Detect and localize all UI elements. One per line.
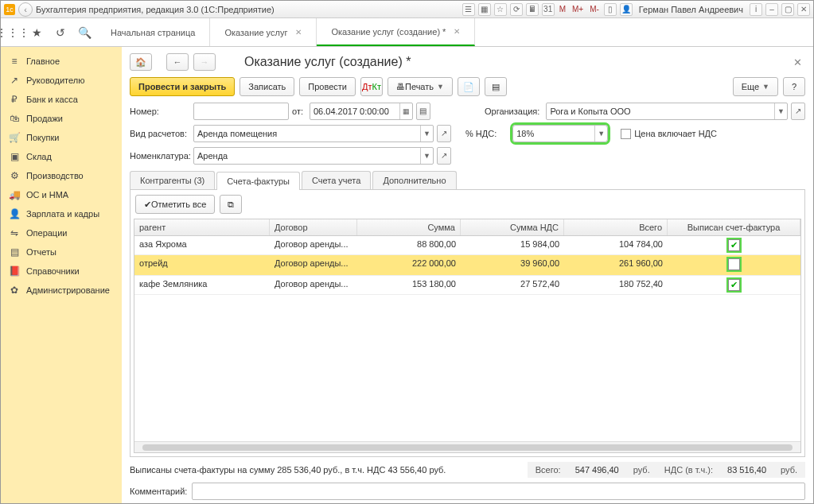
tb-tool-5[interactable]: 🖩 (526, 3, 539, 16)
sidebar-item-label: Производство (26, 171, 84, 180)
table-row[interactable]: отрейд Договор аренды... 222 000,00 39 9… (134, 255, 800, 276)
tb-tool-calendar[interactable]: 31 (542, 3, 555, 16)
report-button[interactable]: ▤ (485, 77, 507, 96)
sidebar-item-production[interactable]: ⚙Производство (1, 166, 122, 185)
subtab-accounts[interactable]: Счета учета (302, 171, 371, 189)
col-contract[interactable]: Договор (270, 219, 357, 235)
sidebar-item-label: Справочники (26, 266, 80, 276)
subtab-additional[interactable]: Дополнительно (372, 171, 456, 189)
chevron-down-icon[interactable]: ▼ (420, 126, 433, 142)
calc-open-button[interactable]: ↗ (437, 125, 451, 142)
col-invoice-issued[interactable]: Выписан счет-фактура (668, 219, 800, 235)
tab-services[interactable]: Оказание услуг✕ (210, 18, 317, 46)
star-icon[interactable]: ★ (25, 18, 49, 46)
sidebar-item-manager[interactable]: ↗Руководителю (1, 71, 122, 90)
sidebar-item-warehouse[interactable]: ▣Склад (1, 147, 122, 166)
nav-back-button[interactable]: ← (166, 53, 189, 71)
sidebar-item-bank[interactable]: ₽Банк и касса (1, 90, 122, 109)
info-button[interactable]: i (750, 3, 762, 16)
ruble-icon: ₽ (9, 94, 20, 105)
create-based-button[interactable]: 📄 (458, 77, 480, 96)
number-label: Номер: (130, 107, 190, 116)
org-open-button[interactable]: ↗ (791, 103, 805, 120)
home-button[interactable]: 🏠 (130, 53, 152, 71)
sidebar-item-operations[interactable]: ⇋Операции (1, 223, 122, 242)
sidebar-item-reports[interactable]: ▤Отчеты (1, 242, 122, 262)
sidebar-item-main[interactable]: ≡Главное (1, 52, 122, 71)
sidebar-item-label: Покупки (26, 133, 59, 142)
sidebar-item-assets[interactable]: 🚚ОС и НМА (1, 185, 122, 204)
subtab-invoices[interactable]: Счета-фактуры (216, 172, 300, 190)
maximize-button[interactable]: ▢ (781, 3, 794, 16)
horizontal-scrollbar[interactable] (134, 441, 800, 452)
row-checkbox[interactable] (728, 258, 740, 270)
chevron-down-icon[interactable]: ▼ (774, 103, 787, 119)
sidebar-item-sales[interactable]: 🛍Продажи (1, 109, 122, 128)
comment-input[interactable] (192, 483, 805, 500)
subtab-contragents[interactable]: Контрагенты (3) (130, 171, 215, 189)
nom-select[interactable]: Аренда▼ (193, 147, 434, 165)
sidebar-item-label: Отчеты (26, 247, 56, 257)
chart-icon: ↗ (9, 75, 20, 86)
dt-kt-button[interactable]: ДтКт (360, 77, 383, 96)
mem-mminus[interactable]: M- (588, 5, 601, 14)
history-icon[interactable]: ↺ (49, 18, 72, 46)
mem-mplus[interactable]: M+ (571, 5, 585, 14)
sidebar-item-label: Склад (26, 152, 52, 161)
sidebar-item-hr[interactable]: 👤Зарплата и кадры (1, 204, 122, 223)
row-checkbox[interactable]: ✔ (728, 239, 740, 251)
apps-icon[interactable]: ⋮⋮⋮ (1, 18, 25, 46)
page-close-button[interactable]: ✕ (790, 55, 805, 70)
sidebar-item-label: ОС и НМА (26, 190, 68, 200)
tab-start[interactable]: Начальная страница (96, 18, 210, 46)
from-label: от: (292, 107, 306, 116)
back-round-button[interactable]: ‹ (18, 2, 33, 17)
close-icon[interactable]: ✕ (454, 27, 460, 36)
more-button[interactable]: Еще▼ (733, 77, 778, 96)
close-window-button[interactable]: ✕ (797, 3, 810, 16)
vat-select[interactable]: 18%▼ (512, 125, 608, 142)
copy-button[interactable]: ⧉ (220, 195, 242, 214)
org-select[interactable]: Рога и Копыта ООО▼ (546, 103, 788, 120)
search-icon[interactable]: 🔍 (72, 18, 96, 46)
col-contragent[interactable]: рагент (134, 219, 270, 235)
col-total[interactable]: Всего (564, 219, 668, 235)
table-row[interactable]: аза Яхрома Договор аренды... 88 800,00 1… (134, 236, 800, 255)
table-row[interactable]: кафе Земляника Договор аренды... 153 180… (134, 276, 800, 295)
post-close-button[interactable]: Провести и закрыть (130, 77, 235, 96)
save-button[interactable]: Записать (240, 77, 294, 96)
sidebar-item-purchases[interactable]: 🛒Покупки (1, 128, 122, 147)
tb-list[interactable]: ▯ (604, 3, 617, 16)
help-button[interactable]: ? (783, 77, 805, 96)
mark-all-button[interactable]: ✔ Отметить все (135, 195, 215, 214)
calendar-icon[interactable]: ▦ (399, 103, 412, 119)
mem-m[interactable]: M (558, 5, 567, 14)
date-ext-button[interactable]: ▤ (416, 103, 430, 120)
chevron-down-icon[interactable]: ▼ (594, 126, 607, 142)
tb-tool-1[interactable]: ☰ (462, 3, 475, 16)
sidebar-item-catalogs[interactable]: 📕Справочники (1, 262, 122, 281)
calc-label: Вид расчетов: (130, 129, 190, 138)
tab-services-create[interactable]: Оказание услуг (создание) *✕ (317, 18, 475, 46)
invoice-tab-panel: ✔ Отметить все ⧉ рагент Договор Сумма Су… (130, 190, 805, 457)
user-icon[interactable]: 👤 (620, 3, 633, 16)
nav-forward-button[interactable]: → (193, 53, 216, 71)
nom-open-button[interactable]: ↗ (437, 147, 451, 165)
row-checkbox[interactable]: ✔ (728, 279, 740, 291)
date-input[interactable]: 06.04.2017 0:00:00▦ (310, 103, 413, 120)
sidebar-item-admin[interactable]: ✿Администрирование (1, 281, 122, 300)
chevron-down-icon[interactable]: ▼ (420, 148, 433, 164)
tb-tool-2[interactable]: ▦ (478, 3, 491, 16)
minimize-button[interactable]: – (765, 3, 778, 16)
close-icon[interactable]: ✕ (295, 28, 302, 37)
post-button[interactable]: Провести (299, 77, 356, 96)
col-vat[interactable]: Сумма НДС (461, 219, 564, 235)
tb-tool-4[interactable]: ⟳ (510, 3, 523, 16)
price-includes-vat-checkbox[interactable] (621, 129, 631, 139)
calc-select[interactable]: Аренда помещения▼ (193, 125, 434, 142)
tb-tool-3[interactable]: ☆ (494, 3, 507, 16)
number-input[interactable] (193, 103, 289, 120)
print-button[interactable]: 🖶 Печать▼ (388, 77, 453, 96)
user-name[interactable]: Герман Павел Андреевич (636, 5, 746, 14)
col-sum[interactable]: Сумма (357, 219, 461, 235)
